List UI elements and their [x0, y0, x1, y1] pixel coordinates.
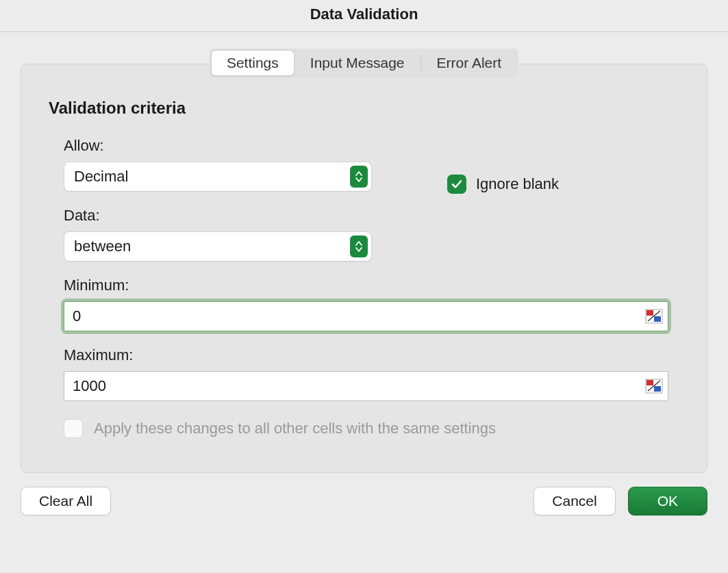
updown-stepper-icon[interactable]	[350, 166, 368, 188]
allow-select[interactable]: Decimal	[64, 162, 372, 192]
data-select-value: between	[74, 238, 131, 255]
data-select[interactable]: between	[64, 231, 372, 262]
form-area: Allow: Decimal Ignore blank Dat	[49, 137, 685, 438]
dialog-footer: Clear All Cancel OK	[0, 473, 728, 515]
maximum-label: Maximum:	[64, 346, 685, 364]
maximum-input-wrap	[64, 371, 668, 401]
settings-panel: Validation criteria Allow: Decimal	[21, 64, 707, 473]
tab-group: Settings Input Message Error Alert	[210, 49, 518, 77]
dialog-header: Data Validation	[0, 0, 728, 32]
apply-all-row: Apply these changes to all other cells w…	[64, 419, 685, 438]
dialog-title: Data Validation	[0, 5, 728, 23]
ignore-blank-checkbox[interactable]	[447, 175, 466, 194]
svg-rect-6	[654, 386, 661, 392]
ok-button[interactable]: OK	[628, 487, 707, 515]
svg-rect-1	[647, 310, 653, 316]
svg-rect-2	[654, 316, 661, 322]
allow-select-value: Decimal	[74, 168, 128, 186]
apply-all-checkbox	[64, 419, 83, 438]
range-picker-icon[interactable]	[645, 309, 663, 324]
ignore-blank-row: Ignore blank	[447, 175, 559, 194]
range-picker-icon[interactable]	[645, 379, 663, 394]
updown-stepper-icon[interactable]	[350, 235, 368, 257]
minimum-input-wrap	[64, 301, 668, 331]
tab-error-alert[interactable]: Error Alert	[421, 50, 518, 76]
allow-row: Allow: Decimal Ignore blank	[64, 137, 685, 207]
allow-label: Allow:	[64, 137, 372, 155]
data-select-wrap: between	[64, 231, 372, 262]
allow-select-wrap: Decimal	[64, 162, 372, 192]
tab-bar: Settings Input Message Error Alert	[0, 49, 728, 77]
maximum-input[interactable]	[64, 371, 668, 401]
tab-settings[interactable]: Settings	[211, 50, 294, 76]
footer-right: Cancel OK	[534, 487, 707, 515]
clear-all-button[interactable]: Clear All	[21, 487, 111, 515]
cancel-button[interactable]: Cancel	[534, 487, 615, 515]
section-title: Validation criteria	[49, 99, 685, 118]
minimum-input[interactable]	[64, 301, 668, 331]
apply-all-label: Apply these changes to all other cells w…	[94, 420, 496, 437]
data-label: Data:	[64, 207, 685, 225]
tab-input-message[interactable]: Input Message	[294, 50, 421, 76]
ignore-blank-label: Ignore blank	[476, 175, 559, 193]
minimum-label: Minimum:	[64, 277, 685, 294]
svg-rect-5	[647, 380, 653, 385]
